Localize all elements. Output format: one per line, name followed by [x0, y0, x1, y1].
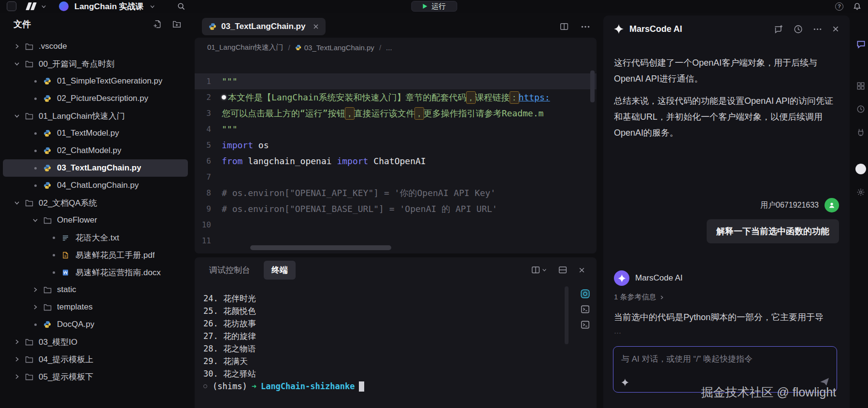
breadcrumb-item[interactable]: 01_LangChain快速入门: [207, 43, 284, 52]
python-icon: [43, 77, 52, 85]
tree-item-label: DocQA.py: [57, 320, 94, 329]
tree-item[interactable]: 03_TextLangChain.py: [3, 159, 188, 177]
tree-item[interactable]: 04_提示模板上: [3, 351, 188, 368]
terminal-session-icon[interactable]: [581, 305, 590, 314]
new-file-icon[interactable]: [153, 20, 162, 28]
user-message[interactable]: 解释一下当前选中函数的功能: [707, 219, 839, 243]
terminal-scrollbar[interactable]: [565, 286, 569, 344]
tree-item[interactable]: static: [3, 281, 188, 298]
tree-item[interactable]: 03_模型IO: [3, 333, 188, 351]
tree-item[interactable]: 01_SimpleTextGeneration.py: [3, 72, 188, 90]
tree-item[interactable]: .vscode: [3, 38, 188, 55]
code-line[interactable]: 10: [195, 217, 597, 233]
folder-icon: [25, 356, 34, 363]
watermark: 掘金技术社区 @ flowlight: [701, 384, 836, 400]
line-number: 1: [195, 77, 211, 86]
tree-item-label: 02_PictureDescription.py: [57, 94, 148, 103]
code-line[interactable]: 8# os.environ["OPENAI_API_KEY"] = '你的Ope…: [195, 185, 597, 201]
code-line[interactable]: 1""": [195, 73, 597, 89]
reference-toggle[interactable]: 1 条参考信息: [614, 293, 839, 302]
tree-item[interactable]: 01_LangChain快速入门: [3, 107, 188, 125]
item-dot: [31, 132, 40, 135]
chevron-down-icon[interactable]: [41, 4, 46, 9]
code-line[interactable]: 5import os: [195, 137, 597, 153]
breadcrumb-separator: /: [379, 43, 381, 52]
help-icon[interactable]: ?: [835, 2, 843, 11]
tree-item[interactable]: 02_PictureDescription.py: [3, 90, 188, 107]
code-line[interactable]: 7: [195, 169, 597, 185]
breadcrumb-item[interactable]: 03_TextLangChain.py: [295, 43, 374, 52]
tree-item[interactable]: 易速鲜花运营指南.docx: [3, 264, 188, 281]
new-folder-icon[interactable]: [172, 20, 181, 28]
bell-icon[interactable]: [853, 2, 861, 11]
folder-icon: [43, 217, 52, 224]
plugin-icon[interactable]: [856, 128, 865, 137]
folder-icon: [25, 199, 34, 207]
close-panel-icon[interactable]: [832, 26, 839, 32]
close-panel-icon[interactable]: [579, 267, 585, 273]
more-actions-icon[interactable]: [581, 26, 590, 28]
terminal-output[interactable]: 24. 花伴时光25. 花颜悦色26. 花坊故事27. 花的旋律28. 花之物语…: [195, 282, 597, 408]
code-line[interactable]: 9# os.environ["OPENAI_BASE_URL"] = 'Open…: [195, 201, 597, 217]
account-avatar[interactable]: [855, 164, 866, 174]
more-actions-icon[interactable]: [813, 28, 822, 30]
tree-item[interactable]: 易速鲜花员工手册.pdf: [3, 246, 188, 264]
tree-item[interactable]: 00_开篇词_奇点时刻: [3, 55, 188, 72]
folder-icon: [43, 286, 52, 294]
tree-item[interactable]: 04_ChatLongChain.py: [3, 177, 188, 194]
ai-assistant-panel: MarsCode AI: [600, 13, 854, 408]
folder-icon: [25, 43, 34, 50]
split-panel-icon[interactable]: [531, 266, 547, 274]
vertical-scrollbar[interactable]: [590, 70, 595, 102]
reference-label: 1 条参考信息: [614, 293, 656, 302]
breadcrumb-item[interactable]: ...: [386, 43, 392, 52]
code-line[interactable]: 6from langchain_openai import ChatOpenAI: [195, 153, 597, 169]
terminal-session-icon[interactable]: [581, 320, 590, 329]
history-icon[interactable]: [794, 25, 803, 34]
tree-item[interactable]: 02_文档QA系统: [3, 194, 188, 211]
split-editor-icon[interactable]: [560, 22, 569, 31]
tree-item[interactable]: 05_提示模板下: [3, 368, 188, 385]
editor-tab[interactable]: 03_TextLangChain.py: [202, 18, 326, 35]
close-icon[interactable]: [313, 24, 319, 29]
tree-item[interactable]: 02_ChatModel.py: [3, 142, 188, 159]
tree-item[interactable]: DocQA.py: [3, 316, 188, 333]
chevron-down-icon: [13, 61, 21, 67]
history-icon[interactable]: [856, 105, 865, 113]
item-dot: [49, 237, 58, 239]
terminal-session-color-icon[interactable]: [581, 289, 590, 298]
app-menu-icon[interactable]: [7, 1, 16, 11]
maximize-panel-icon[interactable]: [558, 266, 567, 274]
tree-item[interactable]: 01_TextModel.py: [3, 125, 188, 142]
terminal-line: 28. 花之物语: [203, 342, 597, 355]
workspace-name[interactable]: LangChain 实战课: [74, 1, 144, 12]
code-line[interactable]: 3您可以点击最上方的“运行”按钮，直接运行该文件，更多操作指引请参考Readme…: [195, 105, 597, 121]
settings-gear-icon[interactable]: [856, 188, 865, 197]
code-area[interactable]: 1"""2本文件是【LangChain系统安装和快速入门】章节的配套代码，课程链…: [195, 57, 597, 253]
command-decoration-icon: [203, 384, 207, 388]
chevron-down-icon: [13, 113, 21, 119]
terminal-cursor: [359, 381, 364, 392]
line-number: 2: [195, 93, 211, 102]
run-button[interactable]: 运行: [411, 1, 457, 12]
new-chat-icon[interactable]: [774, 25, 783, 34]
code-line[interactable]: 2本文件是【LangChain系统安装和快速入门】章节的配套代码，课程链接：ht…: [195, 89, 597, 105]
terminal-prompt: (shims) ➜ LangChain-shizhanke: [203, 380, 597, 393]
tree-item-label: OneFlower: [57, 215, 97, 225]
item-dot: [31, 98, 40, 100]
panel-tab-debug-console[interactable]: 调试控制台: [209, 265, 250, 276]
breadcrumb-separator: /: [288, 43, 290, 52]
ai-chat-icon[interactable]: [856, 40, 866, 49]
extensions-icon[interactable]: [856, 82, 865, 90]
code-line[interactable]: 4""": [195, 121, 597, 137]
code-text: # os.environ["OPENAI_API_KEY"] = '你的Open…: [211, 187, 496, 199]
ai-input-placeholder: 与 AI 对话，或使用 “/” 唤起快捷指令: [613, 347, 837, 371]
horizontal-scrollbar[interactable]: [250, 245, 391, 250]
search-icon[interactable]: [177, 2, 185, 11]
tree-item[interactable]: 花语大全.txt: [3, 229, 188, 246]
tree-item[interactable]: OneFlower: [3, 211, 188, 229]
tree-item[interactable]: templates: [3, 298, 188, 316]
panel-tab-terminal[interactable]: 终端: [264, 261, 296, 280]
titlebar: LangChain 实战课 运行 ?: [0, 0, 868, 13]
chevron-down-icon[interactable]: [150, 4, 155, 9]
